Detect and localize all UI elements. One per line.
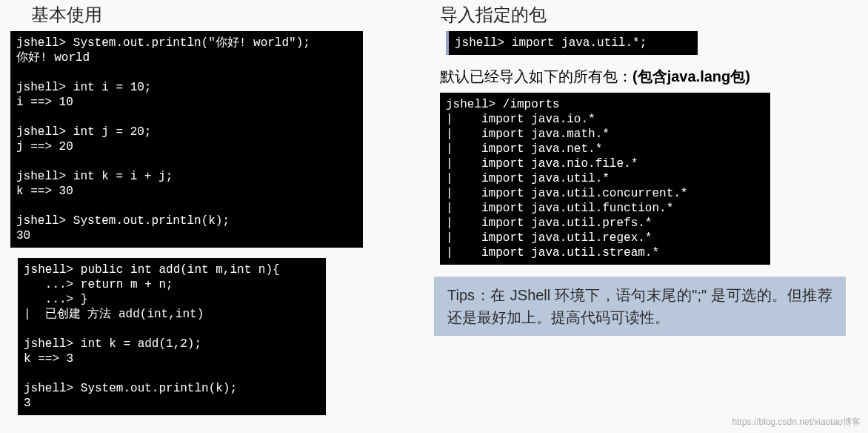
tips-box: Tips：在 JShell 环境下，语句末尾的";" 是可选的。但推荐还是最好加… <box>434 277 846 336</box>
terminal-imports-list: jshell> /imports | import java.io.* | im… <box>440 93 770 265</box>
terminal-basic-usage: jshell> System.out.println("你好! world");… <box>10 31 363 248</box>
subheading-default-imports: 默认已经导入如下的所有包：(包含java.lang包) <box>440 67 859 87</box>
subheading-text: 默认已经导入如下的所有包： <box>440 68 632 85</box>
heading-import-package: 导入指定的包 <box>440 3 859 27</box>
heading-basic-usage: 基本使用 <box>31 3 403 27</box>
watermark: https://blog.csdn.net/xiaotao博客 <box>732 416 861 429</box>
left-column: 基本使用 jshell> System.out.println("你好! wor… <box>10 0 403 421</box>
subheading-bold: (包含java.lang包) <box>632 68 750 85</box>
terminal-method-def: jshell> public int add(int m,int n){ ...… <box>18 258 326 415</box>
terminal-import: jshell> import java.util.*; <box>446 31 698 55</box>
right-column: 导入指定的包 jshell> import java.util.*; 默认已经导… <box>430 0 859 336</box>
